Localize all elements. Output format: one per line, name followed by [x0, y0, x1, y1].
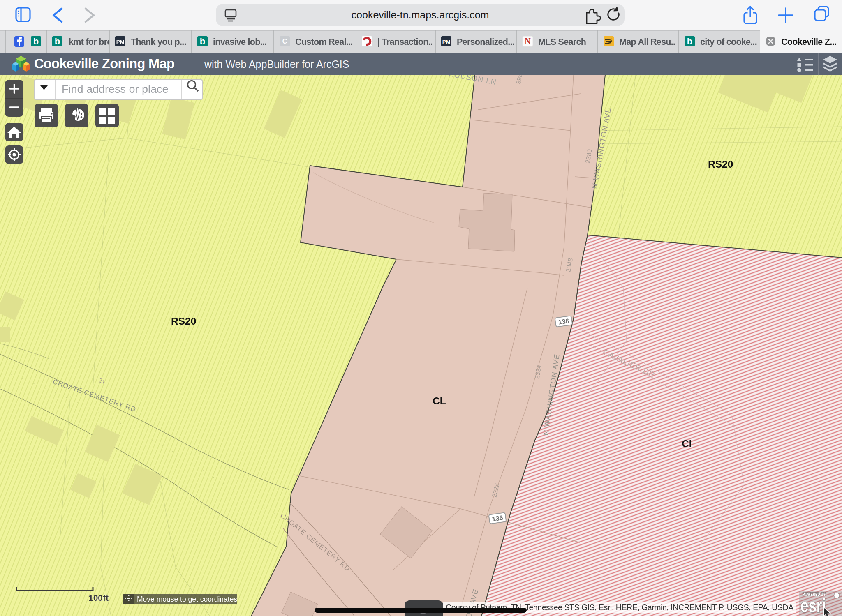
- svg-text:RS20: RS20: [708, 159, 733, 170]
- svg-text:RS20: RS20: [171, 316, 196, 327]
- svg-text:esri: esri: [800, 595, 826, 616]
- svg-text:N: N: [525, 37, 531, 46]
- svg-text:CI: CI: [682, 438, 692, 449]
- svg-text:C: C: [282, 38, 287, 45]
- svg-text:b: b: [33, 36, 39, 46]
- svg-text:CL: CL: [433, 395, 446, 406]
- svg-text:PM: PM: [116, 39, 125, 45]
- svg-text:100ft: 100ft: [88, 593, 109, 602]
